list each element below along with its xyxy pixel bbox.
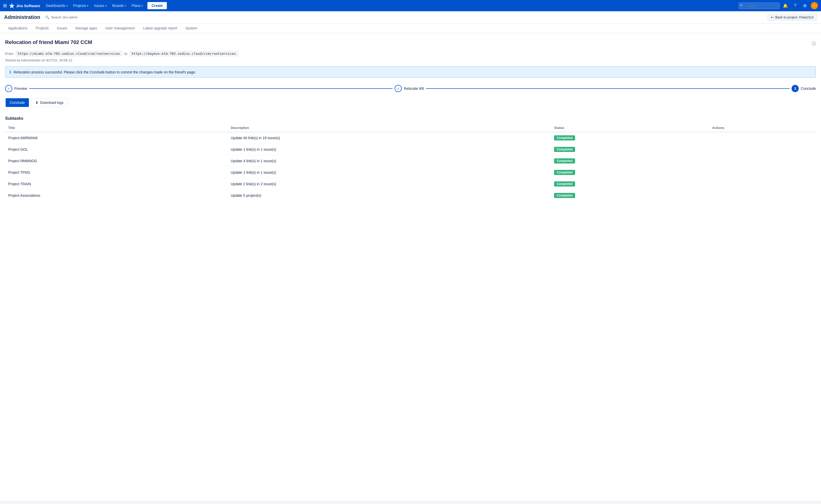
row-actions [709, 178, 816, 190]
subtasks-table: Title Description Status Actions Project… [5, 124, 816, 201]
step-conclude-circle: 3 [792, 85, 799, 92]
info-message: Relocation process successful. Please cl… [14, 70, 196, 74]
row-description: Update 4 link(s) in 1 issue(s) [227, 155, 551, 167]
step-connector-2 [426, 88, 790, 89]
avatar[interactable]: A [811, 2, 818, 9]
table-row: Project TRAIN Update 2 link(s) in 2 issu… [5, 178, 816, 190]
row-title: Project AMRMIAM [5, 132, 227, 144]
row-status: Completed [551, 132, 709, 144]
row-title: Project RMMNOG [5, 155, 227, 167]
table-row: Project TPNG Update 1 link(s) in 1 issue… [5, 167, 816, 178]
row-actions [709, 144, 816, 155]
conclude-button[interactable]: Conclude [6, 98, 29, 107]
search-wrapper [739, 3, 780, 9]
secondary-navigation: Administration 🔍 Search Jira admin ↩ Bac… [0, 11, 821, 24]
download-icon: ⬇ [35, 101, 38, 105]
create-button[interactable]: Create [147, 2, 167, 9]
admin-nav-tabs: Applications Projects Issues Manage apps… [0, 24, 821, 33]
page-help-icon[interactable]: ⓘ [812, 41, 816, 47]
nav-dashboards[interactable]: Dashboards [43, 3, 70, 9]
status-badge: Completed [554, 135, 575, 140]
logo-text: Jira Software [16, 4, 40, 8]
back-label: Back to project: Polar21r2 [775, 15, 814, 19]
step-relocate-label: Relocate 6/6 [404, 86, 424, 91]
admin-search[interactable]: 🔍 Search Jira admin [45, 15, 78, 19]
settings-nav-icon[interactable]: ⚙ [801, 2, 809, 9]
nav-right: 🔔 ? ⚙ A [739, 2, 818, 9]
row-status: Completed [551, 144, 709, 155]
step-connector-1 [29, 88, 392, 89]
subtasks-title: Subtasks [5, 116, 816, 121]
row-status: Completed [551, 155, 709, 167]
status-badge: Completed [554, 147, 575, 152]
page-title: Administration [4, 14, 40, 20]
search-input[interactable] [739, 3, 780, 9]
row-description: Update 2 link(s) in 2 issue(s) [227, 178, 551, 190]
admin-tab-projects[interactable]: Projects [32, 24, 53, 33]
download-label: Download logs [40, 101, 63, 105]
admin-tab-latest-upgrade[interactable]: Latest upgrade report [139, 24, 181, 33]
nav-issues[interactable]: Issues [91, 3, 109, 9]
table-row: Project GOL Update 1 link(s) in 1 issue(… [5, 144, 816, 155]
col-actions: Actions [709, 124, 816, 132]
search-admin-icon: 🔍 [45, 15, 49, 19]
help-nav-icon[interactable]: ? [791, 2, 799, 9]
admin-search-label: Search Jira admin [51, 15, 78, 19]
download-logs-button[interactable]: ⬇ Download logs [31, 98, 68, 107]
row-actions [709, 132, 816, 144]
row-description: Update 1 link(s) in 1 issue(s) [227, 144, 551, 155]
jira-logo[interactable]: Jira Software [9, 3, 40, 8]
relocation-heading: Relocation of friend Miami 702 CCM [5, 39, 92, 45]
started-by-text: Started by Administrator on 8/17/22. 16:… [5, 58, 816, 62]
row-title: Project TRAIN [5, 178, 227, 190]
row-title: Project TPNG [5, 167, 227, 178]
admin-tab-manage-apps[interactable]: Manage apps [71, 24, 101, 33]
row-description: Update 5 project(s) [227, 190, 551, 201]
row-status: Completed [551, 190, 709, 201]
from-to-section: From https://miami-elm-702.sodius.cloud/… [5, 51, 816, 56]
action-buttons: Conclude ⬇ Download logs [6, 98, 816, 107]
footer: Atlassian Jira Project Management Softwa… [0, 501, 821, 504]
row-title: Project Associations [5, 190, 227, 201]
back-to-project-button[interactable]: ↩ Back to project: Polar21r2 [768, 14, 817, 21]
nav-projects[interactable]: Projects [71, 3, 91, 9]
to-url: https://bayeux-elm-702.sodius.cloud/ccm/… [129, 51, 238, 56]
row-actions [709, 190, 816, 201]
main-content: Relocation of friend Miami 702 CCM ⓘ Fro… [0, 33, 821, 501]
row-description: Update 1 link(s) in 1 issue(s) [227, 167, 551, 178]
step-conclude-label: Conclude [801, 86, 816, 91]
step-conclude: 3 Conclude [792, 85, 816, 92]
to-label: to [124, 52, 127, 56]
step-relocate: ✓ Relocate 6/6 [394, 85, 424, 92]
row-title: Project GOL [5, 144, 227, 155]
col-status: Status [551, 124, 709, 132]
nav-menu: Dashboards Projects Issues Boards Plans [43, 3, 145, 9]
status-badge: Completed [554, 181, 575, 187]
notifications-icon[interactable]: 🔔 [782, 2, 789, 9]
top-navigation: ⊞ Jira Software Dashboards Projects Issu… [0, 0, 821, 11]
grid-icon[interactable]: ⊞ [3, 3, 7, 8]
admin-tab-system[interactable]: System [181, 24, 201, 33]
subtasks-section: Subtasks Title Description Status Action… [5, 116, 816, 201]
from-label: From [5, 52, 14, 56]
table-row: Project RMMNOG Update 4 link(s) in 1 iss… [5, 155, 816, 167]
table-row: Project AMRMIAM Update 40 link(s) in 19 … [5, 132, 816, 144]
nav-boards[interactable]: Boards [110, 3, 128, 9]
col-title: Title [5, 124, 227, 132]
back-icon: ↩ [771, 15, 774, 19]
row-actions [709, 155, 816, 167]
status-badge: Completed [554, 193, 575, 198]
admin-tab-applications[interactable]: Applications [4, 24, 32, 33]
admin-tab-issues[interactable]: Issues [53, 24, 71, 33]
from-url: https://miami-elm-702.sodius.cloud/ccm/r… [16, 51, 122, 56]
status-badge: Completed [554, 170, 575, 175]
info-icon: ℹ [9, 70, 11, 74]
admin-tab-user-management[interactable]: User management [101, 24, 139, 33]
status-badge: Completed [554, 158, 575, 163]
nav-plans[interactable]: Plans [129, 3, 145, 9]
row-status: Completed [551, 167, 709, 178]
step-preview: ✓ Preview [5, 85, 27, 92]
progress-steps: ✓ Preview ✓ Relocate 6/6 3 Conclude [5, 85, 816, 92]
table-row: Project Associations Update 5 project(s)… [5, 190, 816, 201]
col-description: Description [227, 124, 551, 132]
